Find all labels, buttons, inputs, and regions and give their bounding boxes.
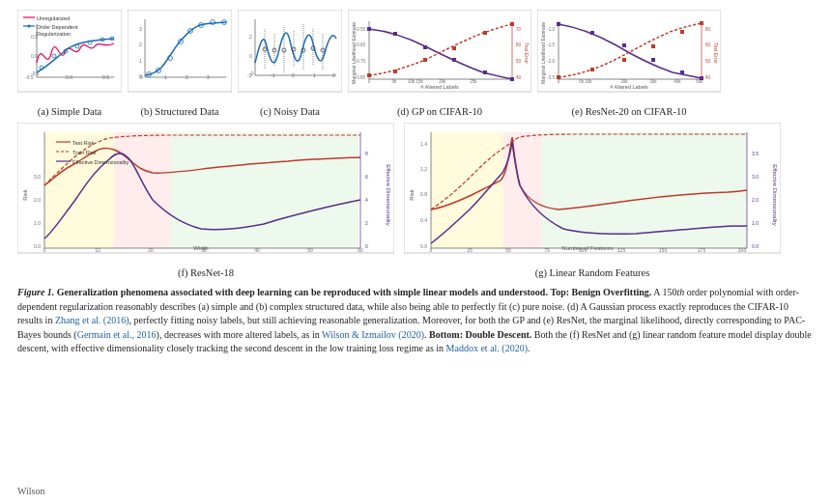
svg-text:40: 40 [254, 247, 260, 253]
svg-text:2: 2 [186, 74, 188, 80]
svg-text:1.4: 1.4 [420, 141, 427, 147]
chart-b-svg: 0 1 2 3 0 1 2 3 [128, 10, 232, 104]
chart-e-svg: Marginal Likelihood Estimate Test Error … [537, 10, 721, 104]
svg-text:0: 0 [292, 72, 295, 78]
svg-text:10k 15k: 10k 15k [408, 79, 424, 84]
svg-text:1: 1 [164, 74, 167, 80]
svg-text:60: 60 [705, 42, 711, 47]
figure-title: Figure 1. [17, 287, 57, 297]
svg-text:3: 3 [207, 74, 210, 80]
caption-f: (f) ResNet-18 [178, 267, 234, 278]
svg-text:30: 30 [201, 247, 207, 253]
svg-text:175: 175 [698, 247, 706, 253]
svg-rect-164 [431, 132, 503, 248]
svg-rect-124 [700, 76, 703, 80]
svg-rect-126 [590, 68, 594, 71]
chart-g: Risk Effective Dimensionality Number of … [404, 123, 781, 278]
ref1[interactable]: Zhang et al. (2016) [55, 315, 129, 325]
chart-f-svg: Risk Effective Dimensionality Width 0 10… [17, 123, 394, 266]
svg-text:2: 2 [332, 72, 335, 78]
chart-c: -2 -1 0 1 2 -2 0 2 [238, 10, 342, 117]
svg-text:50: 50 [505, 247, 511, 253]
svg-text:0.0: 0.0 [66, 74, 72, 80]
svg-text:Train Risk: Train Risk [72, 150, 97, 155]
svg-text:-0.75: -0.75 [356, 59, 366, 64]
svg-rect-88 [423, 45, 427, 49]
svg-text:50: 50 [705, 59, 711, 64]
svg-rect-96 [483, 31, 487, 35]
svg-text:20: 20 [148, 247, 154, 253]
svg-text:Effective Dimensionality: Effective Dimensionality [772, 164, 778, 226]
svg-text:75: 75 [544, 247, 550, 253]
svg-text:Marginal Likelihood Estimate: Marginal Likelihood Estimate [540, 22, 546, 84]
chart-f: Risk Effective Dimensionality Width 0 10… [17, 123, 394, 278]
ref4[interactable]: Maddox et al. (2020) [446, 343, 528, 353]
svg-rect-89 [452, 58, 456, 62]
svg-text:-1: -1 [271, 72, 275, 78]
svg-text:40: 40 [516, 75, 522, 80]
svg-text:8: 8 [365, 151, 368, 156]
svg-text:0: 0 [43, 247, 46, 253]
svg-text:25: 25 [467, 247, 473, 253]
svg-point-4 [28, 25, 31, 28]
svg-text:100: 100 [579, 247, 587, 253]
svg-text:Test Error: Test Error [713, 42, 719, 64]
svg-text:125: 125 [617, 247, 626, 253]
svg-text:50: 50 [307, 247, 313, 253]
svg-text:80: 80 [705, 27, 711, 32]
svg-text:60: 60 [516, 42, 522, 47]
caption-a: (a) Simple Data [38, 106, 101, 117]
ref3[interactable]: Wilson & Izmailov (2020) [322, 329, 424, 340]
svg-text:0.8: 0.8 [420, 191, 427, 197]
svg-text:-2.0: -2.0 [547, 59, 555, 64]
svg-text:0: 0 [430, 247, 433, 253]
svg-rect-123 [680, 70, 684, 74]
svg-text:50: 50 [516, 59, 522, 64]
svg-text:5k: 5k [392, 79, 398, 84]
svg-text:2.0: 2.0 [34, 197, 41, 203]
svg-text:-0.55: -0.55 [356, 27, 366, 32]
svg-text:Effective Dimensionality: Effective Dimensionality [386, 164, 391, 226]
svg-text:1: 1 [313, 72, 316, 78]
caption-c: (c) Noisy Data [260, 106, 320, 117]
svg-rect-91 [510, 77, 514, 81]
svg-rect-120 [590, 31, 594, 35]
caption-e: (e) ResNet-20 on CIFAR-10 [571, 106, 686, 117]
svg-text:3.0: 3.0 [34, 174, 41, 180]
figure-caption: Figure 1. Generalization phenomena assoc… [17, 286, 814, 356]
svg-text:20k: 20k [620, 79, 628, 84]
page: Unregularized Order Dependent Regulariza… [0, 0, 831, 504]
svg-text:0.0: 0.0 [420, 243, 427, 249]
svg-text:10: 10 [95, 247, 100, 253]
svg-rect-127 [622, 58, 626, 62]
svg-text:1.0: 1.0 [34, 220, 41, 226]
svg-text:# Altered Labels: # Altered Labels [610, 84, 648, 90]
svg-text:150: 150 [659, 247, 668, 253]
svg-text:2: 2 [139, 42, 142, 47]
svg-rect-122 [651, 58, 655, 62]
svg-text:# Altered Labels: # Altered Labels [420, 84, 459, 90]
svg-text:2: 2 [249, 34, 252, 40]
top-charts-row: Unregularized Order Dependent Regulariza… [17, 10, 814, 117]
svg-rect-90 [483, 70, 487, 74]
chart-g-svg: Risk Effective Dimensionality Number of … [404, 123, 781, 266]
svg-rect-134 [170, 132, 358, 248]
svg-text:4: 4 [365, 197, 368, 203]
svg-text:0.0: 0.0 [31, 53, 38, 59]
ref2[interactable]: Germain et al., 2016 [77, 329, 157, 340]
chart-a-svg: Unregularized Order Dependent Regulariza… [17, 10, 122, 104]
svg-text:0.5: 0.5 [31, 34, 38, 40]
svg-rect-119 [557, 22, 560, 26]
svg-rect-93 [393, 70, 397, 73]
svg-text:20k: 20k [439, 79, 446, 84]
svg-text:25k: 25k [470, 79, 477, 84]
svg-text:5k 10k: 5k 10k [579, 79, 592, 84]
chart-d-svg: Marginal Likelihood Estimate Test Error … [348, 10, 531, 104]
svg-text:Order Dependent: Order Dependent [37, 24, 78, 30]
svg-text:0: 0 [249, 53, 252, 59]
svg-rect-129 [680, 30, 684, 34]
caption-g: (g) Linear Random Features [535, 267, 650, 278]
chart-d: Marginal Likelihood Estimate Test Error … [348, 10, 531, 117]
svg-text:3: 3 [139, 26, 142, 32]
svg-text:Effective Dimensionality: Effective Dimensionality [72, 159, 129, 165]
